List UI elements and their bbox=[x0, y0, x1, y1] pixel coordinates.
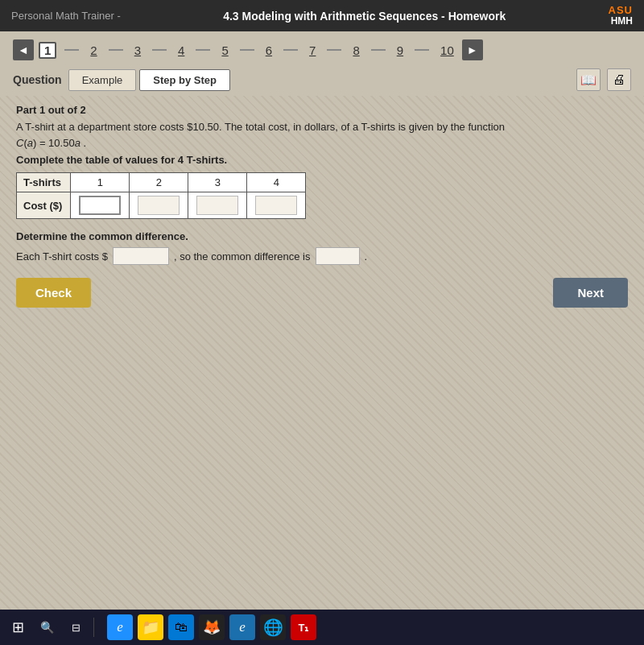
taskbar-t1-icon[interactable]: T₁ bbox=[291, 614, 316, 640]
tshirt-col-2: 2 bbox=[130, 173, 188, 192]
question-description: A T-shirt at a department store costs $1… bbox=[16, 119, 628, 151]
nav-divider bbox=[152, 49, 167, 51]
question-area: Part 1 out of 2 A T-shirt at a departmen… bbox=[0, 96, 644, 320]
nav-divider bbox=[415, 49, 429, 51]
nav-divider bbox=[327, 49, 341, 51]
tshirt-col-1: 1 bbox=[71, 173, 130, 192]
cost-input-cell-1 bbox=[71, 192, 130, 219]
main-content: ◄ 1 2 3 4 5 6 7 8 9 10 ► Question Exampl… bbox=[0, 31, 644, 610]
taskbar-ie-icon[interactable]: e bbox=[229, 614, 255, 640]
complete-instruction: Complete the table of values for 4 T-shi… bbox=[16, 154, 628, 166]
cost-input-2[interactable] bbox=[138, 196, 180, 215]
common-diff-title: Determine the common difference. bbox=[16, 230, 628, 242]
nav-divider bbox=[64, 49, 79, 51]
question-number-6[interactable]: 6 bbox=[262, 42, 275, 59]
nav-divider bbox=[196, 49, 210, 51]
taskbar-store-icon[interactable]: 🛍 bbox=[168, 614, 194, 640]
cost-input-cell-4 bbox=[247, 192, 306, 219]
nav-divider bbox=[240, 49, 254, 51]
taskbar-chrome-icon[interactable]: 🌐 bbox=[260, 614, 286, 640]
tshirt-col-3: 3 bbox=[188, 173, 247, 192]
question-number-10[interactable]: 10 bbox=[437, 42, 457, 59]
tabs-row: Question Example Step by Step 📖 🖨 bbox=[0, 65, 644, 96]
question-number-7[interactable]: 7 bbox=[306, 42, 319, 59]
nav-divider bbox=[371, 49, 386, 51]
common-difference-section: Determine the common difference. Each T-… bbox=[16, 230, 628, 265]
example-tab[interactable]: Example bbox=[68, 69, 137, 91]
period: . bbox=[365, 250, 368, 263]
header-left-label[interactable]: Personal Math Trainer - bbox=[11, 10, 121, 22]
next-arrow-button[interactable]: ► bbox=[462, 39, 483, 60]
cost-per-shirt-input[interactable] bbox=[113, 247, 169, 265]
header-brand: ASU HMH bbox=[609, 5, 633, 27]
question-number-8[interactable]: 8 bbox=[349, 42, 362, 59]
question-desc-line2: C(a) = 10.50a . bbox=[16, 137, 86, 149]
print-icon[interactable]: 🖨 bbox=[607, 68, 631, 91]
brand-asu: ASU bbox=[609, 5, 633, 16]
common-diff-inputs: Each T-shirt costs $ , so the common dif… bbox=[16, 247, 628, 265]
taskbar-divider bbox=[93, 618, 94, 637]
cost-input-4[interactable] bbox=[255, 196, 297, 215]
question-number-4[interactable]: 4 bbox=[175, 42, 188, 59]
cost-input-cell-2 bbox=[130, 192, 188, 219]
part-label: Part 1 out of 2 bbox=[16, 104, 628, 116]
question-number-1[interactable]: 1 bbox=[39, 42, 56, 59]
nav-divider bbox=[109, 49, 123, 51]
header-title: 4.3 Modeling with Arithmetic Sequences -… bbox=[137, 10, 592, 23]
question-numbers: 1 2 3 4 5 6 7 8 9 10 bbox=[39, 42, 457, 59]
common-diff-suffix: , so the common difference is bbox=[174, 250, 311, 263]
prev-arrow-button[interactable]: ◄ bbox=[13, 39, 34, 60]
action-buttons: Check Next bbox=[16, 273, 628, 312]
nav-divider bbox=[283, 49, 298, 51]
question-number-9[interactable]: 9 bbox=[394, 42, 407, 59]
check-button[interactable]: Check bbox=[16, 278, 91, 308]
tshirt-col-4: 4 bbox=[247, 173, 306, 192]
common-difference-input[interactable] bbox=[316, 247, 360, 265]
tshirts-label: T-shirts bbox=[17, 173, 71, 192]
brand-hmh: HMH bbox=[611, 16, 633, 27]
taskbar: ⊞ 🔍 ⊟ e 📁 🛍 🦊 e 🌐 T₁ bbox=[0, 610, 644, 645]
search-icon[interactable]: 🔍 bbox=[35, 616, 58, 639]
cost-label: Cost ($) bbox=[17, 192, 71, 219]
toolbar-icons: 📖 🖨 bbox=[576, 68, 631, 91]
question-desc-line1: A T-shirt at a department store costs $1… bbox=[16, 121, 505, 133]
values-table: T-shirts 1 2 3 4 Cost ($) bbox=[16, 172, 306, 219]
taskbar-firefox-icon[interactable]: 🦊 bbox=[199, 614, 225, 640]
cost-input-cell-3 bbox=[188, 192, 247, 219]
taskbar-edge-icon[interactable]: e bbox=[107, 614, 133, 640]
question-tab-label: Question bbox=[13, 73, 62, 86]
table-row-tshirts: T-shirts 1 2 3 4 bbox=[17, 173, 306, 192]
table-row-cost: Cost ($) bbox=[17, 192, 306, 219]
question-number-5[interactable]: 5 bbox=[218, 42, 231, 59]
windows-start-icon[interactable]: ⊞ bbox=[6, 616, 29, 639]
question-number-3[interactable]: 3 bbox=[131, 42, 144, 59]
common-diff-prefix: Each T-shirt costs $ bbox=[16, 250, 108, 263]
cost-input-1[interactable] bbox=[79, 196, 121, 215]
taskbar-folder-icon[interactable]: 📁 bbox=[138, 614, 163, 640]
cost-input-3[interactable] bbox=[196, 196, 238, 215]
question-navigation: ◄ 1 2 3 4 5 6 7 8 9 10 ► bbox=[0, 31, 644, 65]
taskbar-apps: e 📁 🛍 🦊 e 🌐 T₁ bbox=[107, 614, 316, 640]
next-button[interactable]: Next bbox=[553, 278, 628, 308]
book-icon[interactable]: 📖 bbox=[576, 68, 601, 91]
task-view-icon[interactable]: ⊟ bbox=[64, 616, 87, 639]
step-by-step-tab[interactable]: Step by Step bbox=[139, 69, 230, 91]
question-number-2[interactable]: 2 bbox=[87, 42, 100, 59]
header: Personal Math Trainer - 4.3 Modeling wit… bbox=[0, 0, 644, 31]
